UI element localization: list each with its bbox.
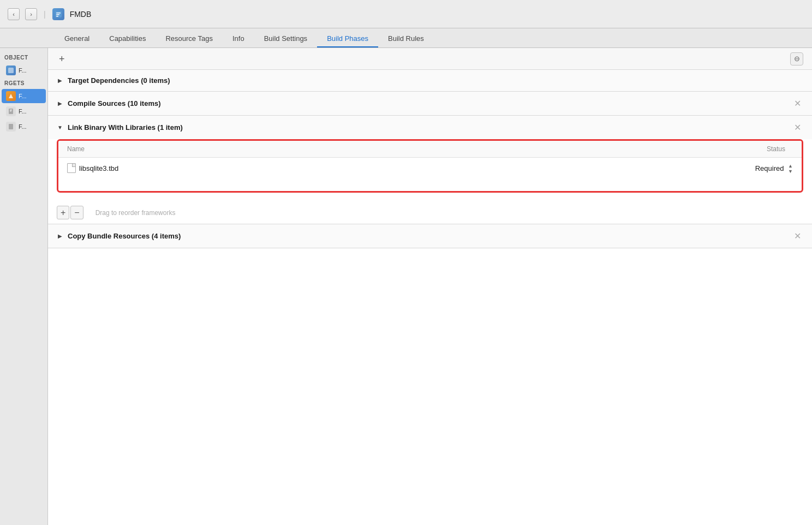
phase-compile-sources-close[interactable]: ✕ xyxy=(792,98,803,109)
svg-marker-5 xyxy=(9,94,13,98)
phase-link-binary-close[interactable]: ✕ xyxy=(792,122,803,133)
sidebar: OBJECT F... RGETS F... F... F... xyxy=(0,48,48,525)
phase-compile-sources: ▶ Compile Sources (10 items) ✕ xyxy=(48,92,812,116)
add-library-button[interactable]: + xyxy=(57,206,69,219)
phase-compile-sources-header[interactable]: ▶ Compile Sources (10 items) ✕ xyxy=(48,92,812,115)
drag-hint: Drag to reorder frameworks xyxy=(95,209,176,217)
phase-copy-bundle: ▶ Copy Bundle Resources (4 items) ✕ xyxy=(48,224,812,248)
phase-copy-bundle-header[interactable]: ▶ Copy Bundle Resources (4 items) ✕ xyxy=(48,224,812,248)
library-status: Required xyxy=(755,164,784,172)
stepper-down: ▼ xyxy=(788,169,793,175)
disclosure-triangle-target-deps: ▶ xyxy=(57,77,63,83)
status-stepper[interactable]: ▲ ▼ xyxy=(788,164,793,175)
phase-target-dependencies-title: Target Dependencies (0 items) xyxy=(68,76,170,85)
top-bar: ‹ › | FMDB xyxy=(0,0,812,28)
toolbar-row: + ⊖ xyxy=(48,48,812,70)
sidebar-item-target2-label: F... xyxy=(19,108,27,115)
table-row[interactable]: libsqlite3.tbd Required ▲ ▼ xyxy=(58,158,802,181)
phase-compile-sources-title: Compile Sources (10 items) xyxy=(68,99,161,108)
nav-separator: | xyxy=(44,10,46,19)
svg-rect-8 xyxy=(10,111,11,111)
tab-info[interactable]: Info xyxy=(223,31,254,47)
svg-rect-1 xyxy=(56,13,61,14)
sidebar-item-project[interactable]: F... xyxy=(2,63,46,77)
phase-target-dependencies-header[interactable]: ▶ Target Dependencies (0 items) xyxy=(48,70,812,91)
tab-general[interactable]: General xyxy=(55,31,99,47)
sidebar-item-project-icon xyxy=(6,65,16,75)
content-area: + ⊖ ▶ Target Dependencies (0 items) ▶ Co… xyxy=(48,48,812,525)
sidebar-item-target2-icon xyxy=(6,106,16,116)
phase-target-dependencies: ▶ Target Dependencies (0 items) xyxy=(48,70,812,92)
svg-rect-4 xyxy=(8,68,14,73)
sidebar-item-target3-label: F... xyxy=(19,123,27,130)
doc-icon xyxy=(67,163,76,173)
sidebar-item-target1-icon xyxy=(6,91,16,101)
forward-button[interactable]: › xyxy=(25,8,37,20)
empty-row xyxy=(58,180,802,191)
sidebar-object-label: OBJECT xyxy=(0,52,47,63)
link-binary-expanded: Name Status libsqlite3.tbd xyxy=(48,139,812,201)
sidebar-targets-label: RGETS xyxy=(0,78,47,88)
remove-library-button[interactable]: − xyxy=(70,206,83,219)
disclosure-triangle-compile: ▶ xyxy=(57,100,63,106)
sidebar-item-target1-label: F... xyxy=(19,93,27,99)
tab-build-phases[interactable]: Build Phases xyxy=(317,31,378,47)
tab-bar: General Capabilities Resource Tags Info … xyxy=(0,28,812,48)
phase-link-binary: ▼ Link Binary With Libraries (1 item) ✕ … xyxy=(48,116,812,224)
library-name-cell: libsqlite3.tbd xyxy=(58,158,471,181)
sidebar-item-target3[interactable]: F... xyxy=(2,120,46,134)
tab-capabilities[interactable]: Capabilities xyxy=(99,31,156,47)
phase-link-binary-header[interactable]: ▼ Link Binary With Libraries (1 item) ✕ xyxy=(48,116,812,139)
sidebar-item-target1[interactable]: F... xyxy=(2,89,46,103)
sidebar-item-project-label: F... xyxy=(19,67,27,74)
sidebar-item-target3-icon xyxy=(6,122,16,132)
library-name: libsqlite3.tbd xyxy=(79,164,118,172)
phase-copy-bundle-close[interactable]: ✕ xyxy=(792,231,803,241)
sidebar-item-target2[interactable]: F... xyxy=(2,104,46,118)
add-phase-button[interactable]: + xyxy=(57,53,67,65)
svg-rect-9 xyxy=(9,124,13,129)
col-name-header: Name xyxy=(58,141,471,158)
disclosure-triangle-link: ▼ xyxy=(57,124,63,130)
main-layout: OBJECT F... RGETS F... F... F... xyxy=(0,48,812,525)
col-status-header: Status xyxy=(471,141,802,158)
project-title: FMDB xyxy=(70,10,92,19)
phase-copy-bundle-title: Copy Bundle Resources (4 items) xyxy=(68,232,181,240)
library-status-cell: Required ▲ ▼ xyxy=(471,158,802,181)
disclosure-triangle-copy: ▶ xyxy=(57,233,63,239)
filter-button[interactable]: ⊖ xyxy=(790,52,803,65)
svg-rect-2 xyxy=(56,14,59,15)
tab-build-settings[interactable]: Build Settings xyxy=(254,31,318,47)
file-icon-wrapper: libsqlite3.tbd xyxy=(67,163,118,173)
libraries-table: Name Status libsqlite3.tbd xyxy=(58,141,802,191)
project-icon xyxy=(52,8,64,20)
add-remove-row: + − Drag to reorder frameworks xyxy=(48,201,812,224)
tab-resource-tags[interactable]: Resource Tags xyxy=(156,31,222,47)
svg-rect-3 xyxy=(56,16,58,17)
filter-icon: ⊖ xyxy=(794,55,800,63)
back-button[interactable]: ‹ xyxy=(8,8,20,20)
phase-link-binary-title: Link Binary With Libraries (1 item) xyxy=(68,123,183,132)
svg-rect-7 xyxy=(10,110,12,110)
tab-build-rules[interactable]: Build Rules xyxy=(378,31,434,47)
libraries-table-wrapper: Name Status libsqlite3.tbd xyxy=(57,139,803,193)
